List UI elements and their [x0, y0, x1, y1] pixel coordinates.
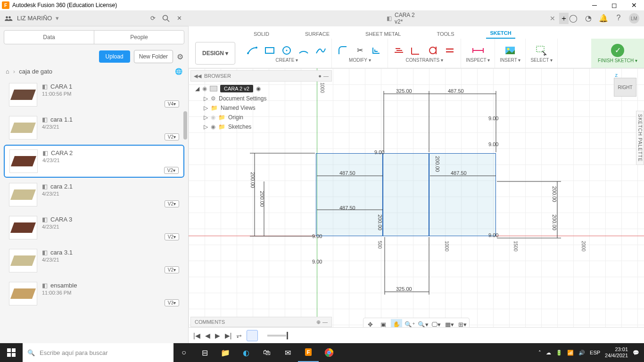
- version-badge[interactable]: V2▾: [165, 133, 179, 140]
- spline-tool-icon[interactable]: [314, 44, 327, 57]
- timeline-prev-icon[interactable]: ◀: [205, 332, 210, 339]
- upload-button[interactable]: Upload: [99, 50, 130, 63]
- file-item[interactable]: ◧cara 1.1 4/23/21 V2▾: [4, 112, 184, 144]
- file-item[interactable]: ◧CARA 3 4/23/21 V2▾: [4, 212, 184, 244]
- mail-icon[interactable]: ✉: [277, 343, 298, 362]
- canvas[interactable]: ◀◀ BROWSER ●— ◢ ◉ CARA 2 v2 ◉ ▷⚙Document…: [189, 68, 644, 343]
- tab-close-icon[interactable]: ✕: [550, 15, 555, 22]
- battery-icon[interactable]: 🔋: [556, 350, 562, 356]
- timeline-slider[interactable]: [267, 335, 286, 337]
- avatar[interactable]: LM: [629, 13, 639, 24]
- doc-tab[interactable]: ◧ CARA 2 v2*: [387, 12, 418, 25]
- settings-icon[interactable]: ⚙: [177, 52, 183, 61]
- create-label[interactable]: CREATE ▾: [276, 58, 298, 63]
- explorer-icon[interactable]: 📁: [215, 343, 236, 362]
- rectangle-tool-icon[interactable]: [264, 44, 276, 57]
- wifi-icon[interactable]: 📶: [567, 350, 574, 356]
- search-icon[interactable]: [161, 14, 171, 23]
- store-icon[interactable]: 🛍: [256, 343, 277, 362]
- panel-close-icon[interactable]: ✕: [174, 14, 184, 23]
- file-item[interactable]: ◧ensamble 11:00:36 PM V3▾: [4, 278, 184, 310]
- breadcrumb-folder[interactable]: caja de gato: [19, 68, 52, 75]
- comments-bar[interactable]: COMMENTS ⊕—: [190, 317, 332, 327]
- horizontal-constraint-icon[interactable]: [393, 44, 405, 57]
- version-badge[interactable]: V2▾: [165, 266, 179, 273]
- clock[interactable]: 23:01 24/4/2021: [605, 346, 628, 359]
- constraints-label[interactable]: CONSTRAINTS ▾: [406, 58, 443, 63]
- web-icon[interactable]: 🌐: [175, 68, 182, 75]
- language-indicator[interactable]: ESP: [590, 350, 600, 355]
- notifications-tray-icon[interactable]: 💬: [633, 350, 639, 356]
- comments-add-icon[interactable]: ⊕: [316, 319, 321, 325]
- viewcube[interactable]: RIGHT: [614, 78, 636, 97]
- file-name: cara 2.1: [50, 183, 73, 190]
- timeline-feature-sketch[interactable]: [247, 330, 258, 341]
- home-icon[interactable]: ⌂: [6, 68, 9, 75]
- sketch-palette-tab[interactable]: SKETCH PALETTE: [636, 111, 644, 165]
- arc-tool-icon[interactable]: [297, 44, 310, 57]
- file-item[interactable]: ◧CARA 2 4/23/21 V2▾: [4, 145, 184, 178]
- timeline-end-icon[interactable]: ⥅: [236, 332, 242, 339]
- measure-tool-icon[interactable]: [472, 44, 484, 57]
- version-badge[interactable]: V2▾: [165, 200, 179, 207]
- insert-image-icon[interactable]: [504, 44, 516, 57]
- fusion-taskbar-icon[interactable]: F: [298, 343, 319, 362]
- timeline-next-icon[interactable]: ▶|: [225, 332, 232, 339]
- line-tool-icon[interactable]: [247, 44, 259, 57]
- select-tool-icon[interactable]: [536, 44, 548, 57]
- timeline-start-icon[interactable]: |◀: [193, 332, 200, 339]
- help-icon[interactable]: ?: [614, 13, 623, 23]
- finish-sketch-button[interactable]: ✓ FINISH SKETCH ▾: [591, 39, 644, 68]
- notifications-icon[interactable]: 🔔: [599, 13, 608, 23]
- version-badge[interactable]: V4▾: [165, 100, 179, 107]
- modify-label[interactable]: MODIFY ▾: [349, 58, 371, 63]
- tab-sketch[interactable]: SKETCH: [486, 28, 515, 39]
- inspect-label[interactable]: INSPECT ▾: [466, 58, 490, 63]
- tangent-constraint-icon[interactable]: [427, 44, 439, 57]
- volume-icon[interactable]: 🔊: [578, 350, 585, 356]
- version-badge[interactable]: V2▾: [164, 167, 179, 174]
- tab-solid[interactable]: SOLID: [250, 29, 273, 39]
- refresh-icon[interactable]: ⟳: [148, 14, 157, 23]
- offset-tool-icon[interactable]: [371, 44, 383, 57]
- data-tab[interactable]: Data: [4, 31, 94, 44]
- workspace-dropdown[interactable]: DESIGN ▾: [195, 42, 235, 65]
- version-badge[interactable]: V3▾: [165, 299, 179, 306]
- timeline-play-icon[interactable]: ▶: [215, 332, 220, 339]
- trim-tool-icon[interactable]: ✂: [354, 44, 366, 57]
- taskbar-search[interactable]: 🔍 Escribe aquí para buscar: [23, 343, 173, 362]
- extensions-icon[interactable]: ◯: [569, 13, 578, 23]
- new-tab-button[interactable]: ＋: [559, 13, 569, 24]
- minimize-button[interactable]: ─: [590, 1, 599, 9]
- tray-up-icon[interactable]: ˄: [538, 350, 541, 356]
- cortana-icon[interactable]: ○: [173, 343, 194, 362]
- tab-sheetmetal[interactable]: SHEET METAL: [362, 29, 405, 39]
- file-item[interactable]: ◧CARA 1 11:00:56 PM V4▾: [4, 79, 184, 111]
- jobs-icon[interactable]: ◔: [584, 13, 593, 23]
- chrome-icon[interactable]: [319, 343, 339, 362]
- equal-constraint-icon[interactable]: [444, 44, 456, 57]
- comments-expand-icon[interactable]: —: [322, 319, 328, 325]
- file-item[interactable]: ◧cara 3.1 4/23/21 V2▾: [4, 245, 184, 277]
- version-badge[interactable]: V2▾: [165, 233, 179, 240]
- people-tab[interactable]: People: [94, 31, 184, 44]
- scrollbar-thumb[interactable]: [183, 111, 187, 140]
- file-item[interactable]: ◧cara 2.1 4/23/21 V2▾: [4, 179, 184, 211]
- user-dropdown-icon[interactable]: ▾: [56, 15, 59, 22]
- new-folder-button[interactable]: New Folder: [134, 50, 173, 63]
- taskview-icon[interactable]: ⊟: [194, 343, 215, 362]
- insert-label[interactable]: INSERT ▾: [500, 58, 520, 63]
- tab-surface[interactable]: SURFACE: [301, 29, 333, 39]
- select-label[interactable]: SELECT ▾: [530, 58, 553, 63]
- user-name[interactable]: LIZ MARIÑO: [17, 15, 52, 22]
- search-placeholder: Escribe aquí para buscar: [40, 349, 108, 356]
- start-button[interactable]: [0, 343, 23, 362]
- maximize-button[interactable]: ◻: [610, 1, 619, 9]
- tab-tools[interactable]: TOOLS: [433, 29, 458, 39]
- edge-icon[interactable]: ◐: [236, 343, 256, 362]
- circle-tool-icon[interactable]: [281, 44, 293, 57]
- fillet-tool-icon[interactable]: [337, 44, 349, 57]
- onedrive-icon[interactable]: ☁: [546, 350, 551, 356]
- close-button[interactable]: ✕: [630, 1, 638, 9]
- coincident-constraint-icon[interactable]: [410, 44, 422, 57]
